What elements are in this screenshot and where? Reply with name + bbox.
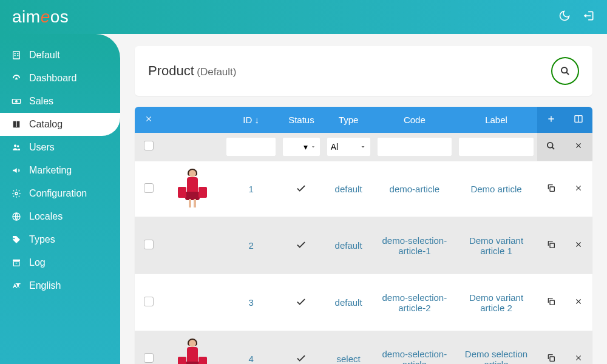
row-code: demo-selection-article-2 — [374, 274, 456, 331]
row-label: Demo article — [455, 161, 537, 217]
copy-icon[interactable] — [546, 241, 556, 251]
delete-icon[interactable] — [574, 354, 583, 364]
row-id: 4 — [223, 331, 279, 365]
sidebar-item-label: Locales — [29, 211, 63, 222]
sidebar-item-types[interactable]: Types — [0, 228, 120, 251]
svg-rect-2 — [17, 53, 18, 54]
svg-point-7 — [14, 144, 16, 147]
row-checkbox[interactable] — [144, 353, 154, 363]
product-table-panel: ID ↓ Status Type Code Label ▾ — [135, 107, 592, 364]
product-thumbnail — [168, 280, 217, 323]
table-row[interactable]: 3defaultdemo-selection-article-2Demo var… — [135, 274, 592, 331]
table-row[interactable]: 2defaultdemo-selection-article-1Demo var… — [135, 217, 592, 274]
delete-icon[interactable] — [574, 297, 583, 308]
row-status — [279, 161, 324, 217]
label-header[interactable]: Label — [455, 107, 537, 133]
svg-line-15 — [566, 72, 569, 75]
filter-label-input[interactable] — [459, 138, 534, 156]
sidebar-item-default[interactable]: Default — [0, 44, 120, 67]
book-icon — [11, 120, 22, 129]
globe-icon — [11, 212, 22, 221]
copy-icon[interactable] — [546, 298, 556, 308]
main-content: Product (Default) ID ↓ — [120, 34, 607, 364]
archive-icon — [11, 258, 22, 268]
status-header[interactable]: Status — [279, 107, 324, 133]
check-icon — [296, 185, 307, 195]
sidebar-item-locales[interactable]: Locales — [0, 205, 120, 228]
svg-rect-1 — [15, 53, 16, 54]
row-checkbox[interactable] — [144, 183, 154, 193]
row-checkbox[interactable] — [144, 297, 154, 306]
type-header[interactable]: Type — [324, 107, 374, 133]
row-id: 1 — [223, 161, 279, 217]
row-label: Demo selection article — [455, 331, 537, 365]
sidebar-item-label: Configuration — [29, 188, 87, 199]
filter-code-input[interactable] — [378, 138, 452, 156]
sidebar-item-log[interactable]: Log — [0, 251, 120, 274]
svg-rect-11 — [13, 260, 20, 261]
sidebar-item-label: Sales — [29, 96, 53, 107]
svg-rect-20 — [550, 187, 554, 191]
svg-rect-3 — [15, 55, 16, 56]
columns-header[interactable] — [565, 107, 592, 133]
table-row[interactable]: 4selectdemo-selection-articleDemo select… — [135, 331, 592, 365]
svg-rect-21 — [550, 243, 554, 248]
logo: aimeos — [12, 7, 69, 27]
copy-icon[interactable] — [546, 354, 556, 364]
row-type: default — [324, 274, 374, 331]
row-status — [279, 274, 324, 331]
row-code: demo-selection-article-1 — [374, 217, 456, 274]
row-label: Demo variant article 1 — [455, 217, 537, 274]
filter-type-select[interactable]: Al — [331, 142, 338, 152]
svg-point-18 — [548, 142, 553, 147]
search-button[interactable] — [551, 57, 579, 85]
select-all-checkbox[interactable] — [144, 141, 154, 150]
filter-status-select[interactable]: ▾ — [304, 142, 308, 152]
table-row[interactable]: 1defaultdemo-articleDemo article — [135, 161, 592, 217]
bullhorn-icon — [11, 166, 22, 175]
svg-rect-12 — [13, 261, 19, 266]
copy-icon[interactable] — [546, 184, 556, 195]
sidebar-item-users[interactable]: Users — [0, 136, 120, 159]
row-type: default — [324, 217, 374, 274]
image-header — [163, 107, 223, 133]
delete-icon[interactable] — [574, 184, 583, 194]
add-header[interactable] — [537, 107, 565, 133]
svg-rect-4 — [17, 55, 18, 56]
filter-search-icon[interactable] — [546, 142, 555, 152]
row-id: 3 — [223, 274, 279, 331]
bulk-delete-header[interactable] — [135, 107, 163, 133]
theme-toggle-icon[interactable] — [558, 10, 571, 24]
tags-icon — [11, 235, 22, 244]
check-icon — [296, 355, 307, 364]
top-header: aimeos — [0, 0, 607, 34]
sidebar-item-catalog[interactable]: Catalog — [0, 113, 120, 136]
language-icon — [11, 281, 22, 291]
users-icon — [11, 143, 22, 152]
row-id: 2 — [223, 217, 279, 274]
svg-point-6 — [16, 101, 18, 103]
code-header[interactable]: Code — [374, 107, 456, 133]
row-status — [279, 217, 324, 274]
delete-icon[interactable] — [574, 240, 583, 251]
sort-desc-icon: ↓ — [254, 115, 259, 125]
sidebar-item-dashboard[interactable]: Dashboard — [0, 67, 120, 90]
row-type: select — [324, 331, 374, 365]
sidebar-item-marketing[interactable]: Marketing — [0, 159, 120, 182]
sidebar-item-sales[interactable]: Sales — [0, 90, 120, 113]
product-table: ID ↓ Status Type Code Label ▾ — [135, 107, 592, 364]
logout-icon[interactable] — [583, 10, 595, 24]
gauge-icon — [11, 73, 22, 83]
id-header[interactable]: ID ↓ — [223, 107, 279, 133]
sidebar-item-label: Log — [29, 257, 46, 268]
filter-clear-icon[interactable] — [574, 141, 583, 152]
svg-point-14 — [561, 67, 567, 73]
filter-id-input[interactable] — [226, 138, 276, 156]
sidebar-item-label: Catalog — [29, 119, 63, 130]
sidebar-item-label: Default — [29, 50, 60, 61]
row-checkbox[interactable] — [144, 240, 154, 249]
check-icon — [296, 241, 307, 252]
sidebar-item-english[interactable]: English — [0, 274, 120, 297]
sidebar-item-configuration[interactable]: Configuration — [0, 182, 120, 205]
svg-point-9 — [15, 192, 18, 195]
